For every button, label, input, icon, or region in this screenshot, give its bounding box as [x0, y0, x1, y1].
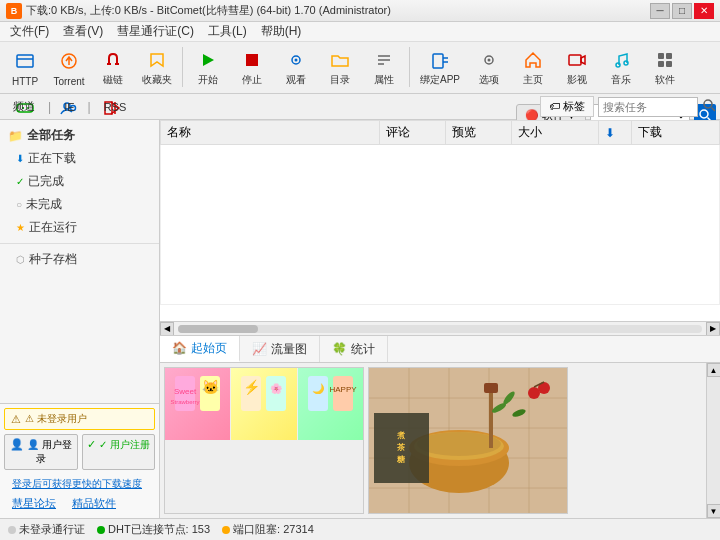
- status-dht: DHT已连接节点: 153: [97, 522, 210, 537]
- software-link[interactable]: 精品软件: [68, 495, 120, 512]
- progress-down-icon: ⬇: [605, 126, 615, 140]
- login-actions: 👤 👤 用户登录 ✓ ✓ 用户注册: [4, 434, 155, 470]
- scroll-right-arrow[interactable]: ▶: [706, 322, 720, 336]
- tag-label: 标签: [563, 100, 585, 112]
- running-indicator: ★: [16, 222, 25, 233]
- gallery-scroll-up[interactable]: ▲: [707, 363, 721, 377]
- svg-line-35: [712, 108, 716, 112]
- menu-tools[interactable]: 工具(L): [202, 22, 253, 41]
- status-bar: 未登录通行证 DHT已连接节点: 153 端口阻塞: 27314: [0, 518, 720, 540]
- sidebar-all-tasks[interactable]: 📁 全部任务: [0, 124, 159, 147]
- minimize-button[interactable]: ─: [650, 3, 670, 19]
- horizontal-scrollbar[interactable]: ◀ ▶: [160, 321, 720, 335]
- toolbar-start[interactable]: 开始: [187, 44, 229, 90]
- gallery-item-2[interactable]: 煮 茶 糖: [368, 367, 568, 514]
- col-progress[interactable]: ⬇: [599, 121, 632, 145]
- close-button[interactable]: ✕: [694, 3, 714, 19]
- tab-startpage[interactable]: 🏠 起始页: [160, 336, 240, 362]
- check-icon: ✓: [87, 438, 96, 450]
- sidebar-item-downloading[interactable]: ⬇ 正在下载: [0, 147, 159, 170]
- toolbar-video[interactable]: 影视: [556, 44, 598, 90]
- tab-ie[interactable]: IE: [55, 98, 83, 116]
- sidebar-item-running[interactable]: ★ 正在运行: [0, 216, 159, 239]
- svg-rect-12: [433, 54, 443, 68]
- gallery-scrollbar[interactable]: ▲ ▼: [706, 363, 720, 518]
- task-search-button[interactable]: [702, 98, 716, 115]
- login-status-text: 未登录通行证: [19, 522, 85, 537]
- all-tasks-label: 全部任务: [27, 127, 75, 144]
- scroll-track[interactable]: [178, 325, 702, 333]
- gallery-scroll-down[interactable]: ▼: [707, 504, 721, 518]
- speed-promo-text: 登录后可获得更快的下载速度: [8, 477, 146, 490]
- toolbar-collect[interactable]: 收藏夹: [136, 44, 178, 90]
- sep1: [182, 47, 183, 87]
- toolbar-bindapp[interactable]: 绑定APP: [414, 44, 466, 90]
- login-warning: ⚠ ⚠ 未登录用户: [4, 408, 155, 430]
- search-input[interactable]: [598, 97, 698, 117]
- toolbar-props[interactable]: 属性: [363, 44, 405, 90]
- col-preview[interactable]: 预览: [445, 121, 511, 145]
- gallery-area: Sweet Strawberry 🐱 ⚡ 🌸: [160, 363, 706, 518]
- warning-icon: ⚠: [11, 413, 21, 426]
- sidebar-item-completed[interactable]: ✓ 已完成: [0, 170, 159, 193]
- menu-file[interactable]: 文件(F): [4, 22, 55, 41]
- svg-text:🌸: 🌸: [270, 382, 283, 395]
- menu-help[interactable]: 帮助(H): [255, 22, 308, 41]
- svg-text:🐱: 🐱: [202, 379, 220, 396]
- svg-text:糖: 糖: [396, 454, 406, 464]
- tab-stats-label: 统计: [351, 341, 375, 358]
- toolbar-dir[interactable]: 目录: [319, 44, 361, 90]
- register-btn-label: ✓ 用户注册: [99, 439, 150, 450]
- col-download[interactable]: 下载: [632, 121, 720, 145]
- tab-channel[interactable]: 频道: [4, 96, 44, 117]
- toolbar-options[interactable]: 选项: [468, 44, 510, 90]
- forum-link[interactable]: 慧星论坛: [8, 495, 60, 512]
- magnet-icon: [99, 47, 127, 72]
- tea-image-content: 煮 茶 糖: [369, 368, 567, 513]
- register-button[interactable]: ✓ ✓ 用户注册: [82, 434, 156, 470]
- gallery-item-1[interactable]: Sweet Strawberry 🐱 ⚡ 🌸: [164, 367, 364, 514]
- menu-comet[interactable]: 彗星通行证(C): [111, 22, 200, 41]
- small-links: 慧星论坛 精品软件: [4, 493, 155, 514]
- tab-sep1: |: [48, 100, 51, 114]
- toolbar-http[interactable]: HTTP: [4, 44, 46, 90]
- tab-statistics[interactable]: 🍀 统计: [320, 336, 388, 362]
- toolbar-music[interactable]: 音乐: [600, 44, 642, 90]
- sidebar-item-seeds[interactable]: ⬡ 种子存档: [0, 248, 159, 271]
- toolbar-view[interactable]: 观看: [275, 44, 317, 90]
- tab-flowchart[interactable]: 📈 流量图: [240, 336, 320, 362]
- tag-button[interactable]: 🏷 标签: [540, 96, 594, 117]
- sidebar-item-pending[interactable]: ○ 未完成: [0, 193, 159, 216]
- svg-point-19: [616, 63, 620, 67]
- col-name[interactable]: 名称: [161, 121, 380, 145]
- torrent-label: Torrent: [53, 76, 84, 87]
- sep2: [409, 47, 410, 87]
- menu-view[interactable]: 查看(V): [57, 22, 109, 41]
- toolbar-magnet[interactable]: 磁链: [92, 44, 134, 90]
- dir-icon: [326, 47, 354, 72]
- tag-icon: 🏷: [549, 100, 560, 112]
- toolbar-stop[interactable]: 停止: [231, 44, 273, 90]
- dir-label: 目录: [330, 73, 350, 87]
- music-label: 音乐: [611, 73, 631, 87]
- col-size[interactable]: 大小: [511, 121, 599, 145]
- tab-rss[interactable]: RSS: [95, 98, 136, 116]
- svg-rect-62: [489, 388, 493, 448]
- user-icon: 👤: [10, 438, 24, 450]
- svg-text:🌙: 🌙: [312, 382, 325, 395]
- scroll-left-arrow[interactable]: ◀: [160, 322, 174, 336]
- status-port: 端口阻塞: 27314: [222, 522, 314, 537]
- scroll-thumb[interactable]: [178, 325, 258, 333]
- tab-sep2: |: [88, 100, 91, 114]
- login-button[interactable]: 👤 👤 用户登录: [4, 434, 78, 470]
- toolbar-software[interactable]: 软件: [644, 44, 686, 90]
- toolbar-home[interactable]: 主页: [512, 44, 554, 90]
- svg-point-16: [488, 58, 491, 61]
- maximize-button[interactable]: □: [672, 3, 692, 19]
- col-comment[interactable]: 评论: [380, 121, 446, 145]
- completed-indicator: ✓: [16, 176, 24, 187]
- warning-text: ⚠ 未登录用户: [25, 412, 87, 426]
- case-2: ⚡ 🌸: [231, 368, 296, 440]
- tab-start-label: 起始页: [191, 340, 227, 357]
- toolbar-torrent[interactable]: Torrent: [48, 44, 90, 90]
